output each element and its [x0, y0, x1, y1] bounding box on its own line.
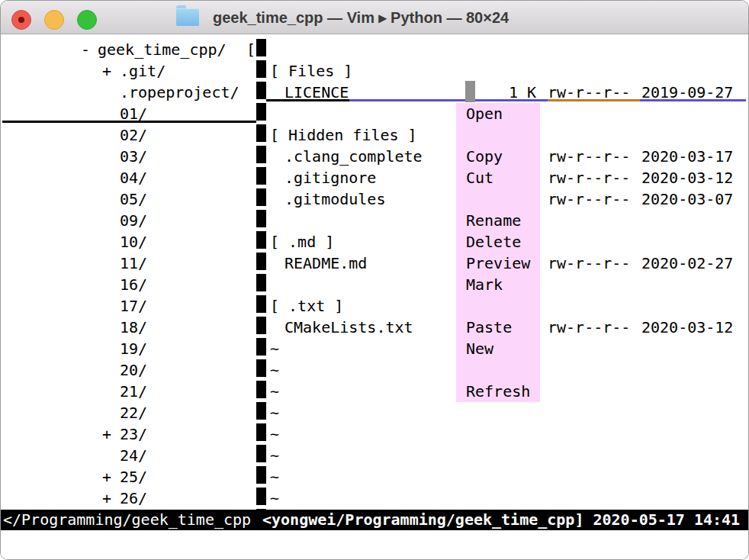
group-header-label: [ .md ] — [270, 231, 334, 253]
menu-item-rename[interactable]: Rename — [466, 210, 540, 231]
file-name: README.md — [284, 253, 367, 274]
tilde-marker: ~ — [270, 445, 279, 466]
menu-item-open[interactable]: Open — [466, 103, 540, 124]
file-row-blank — [1, 39, 748, 60]
selected-underline-perms — [548, 99, 640, 101]
file-row-clang-complete[interactable]: .clang_completerw-r--r--2020-03-17 — [1, 146, 748, 167]
empty-line-tilde: ~ — [1, 338, 748, 359]
selected-underline-gap2 — [475, 99, 548, 101]
menu-item-delete[interactable]: Delete — [466, 231, 540, 253]
file-date: 2020-02-27 — [641, 253, 733, 274]
selected-underline-name — [266, 99, 349, 101]
menu-item-copy[interactable]: Copy — [466, 146, 540, 167]
selected-underline-date — [640, 99, 746, 101]
menu-spacer — [466, 359, 540, 381]
zoom-button[interactable] — [77, 10, 97, 30]
file-perms: rw-r--r-- — [548, 188, 630, 210]
tilde-marker: ~ — [270, 338, 279, 359]
tilde-marker: ~ — [270, 488, 279, 509]
window-title: geek_time_cpp — Vim ▸ Python — 80×24 — [213, 1, 509, 34]
file-perms: rw-r--r-- — [548, 253, 630, 274]
command-line[interactable] — [1, 530, 748, 559]
folder-icon — [176, 8, 199, 26]
menu-item-preview[interactable]: Preview — [466, 253, 540, 274]
file-name: CMakeLists.txt — [284, 317, 413, 338]
terminal-content: -geek_time_cpp/[+.git/.ropeproject/01/02… — [1, 34, 748, 559]
file-group-header: [ Hidden files ] — [1, 124, 748, 146]
menu-item-new[interactable]: New — [466, 338, 540, 359]
context-menu: OpenCopyCutRenameDeletePreviewMarkPasteN… — [456, 103, 540, 402]
file-row-gitmodules[interactable]: .gitmodulesrw-r--r--2020-03-07 — [1, 188, 748, 210]
tilde-marker: ~ — [270, 466, 279, 488]
file-date: 2020-03-17 — [641, 146, 733, 167]
menu-item-mark[interactable]: Mark — [466, 274, 540, 295]
statusline-right: <yongwei/Programming/geek_time_cpp] 2020… — [262, 510, 740, 530]
empty-line-tilde: ~ — [1, 402, 748, 423]
file-group-header: [ Files ] — [1, 60, 748, 82]
tilde-marker: ~ — [270, 402, 279, 423]
unsaved-dot-icon — [18, 17, 24, 23]
file-perms: rw-r--r-- — [548, 146, 630, 167]
file-name: .gitignore — [284, 167, 376, 188]
file-row-blank — [1, 274, 748, 295]
titlebar[interactable]: geek_time_cpp — Vim ▸ Python — 80×24 — [1, 1, 748, 34]
empty-line-tilde: ~ — [1, 488, 748, 509]
menu-spacer — [466, 188, 540, 210]
empty-line-tilde: ~ — [1, 423, 748, 445]
file-date: 2020-03-07 — [641, 188, 733, 210]
file-perms: rw-r--r-- — [548, 167, 630, 188]
file-name: .clang_complete — [284, 146, 423, 167]
close-button[interactable] — [11, 10, 31, 30]
tilde-marker: ~ — [270, 423, 279, 445]
group-header-label: [ .txt ] — [270, 295, 343, 317]
file-date: 2020-03-12 — [641, 167, 733, 188]
file-row-cmakelists-txt[interactable]: CMakeLists.txtrw-r--r--2020-03-12 — [1, 317, 748, 338]
file-row-blank — [1, 210, 748, 231]
menu-item-paste[interactable]: Paste — [466, 317, 540, 338]
empty-line-tilde: ~ — [1, 466, 748, 488]
selected-underline-gap1 — [349, 99, 465, 101]
empty-line-tilde: ~ — [1, 381, 748, 402]
group-header-label: [ Files ] — [270, 60, 352, 82]
terminal-cursor — [465, 81, 475, 102]
menu-spacer — [466, 295, 540, 317]
menu-item-refresh[interactable]: Refresh — [466, 381, 540, 402]
tree-cursor-line — [2, 121, 256, 123]
file-group-header: [ .md ] — [1, 231, 748, 253]
file-name: .gitmodules — [284, 188, 385, 210]
empty-line-tilde: ~ — [1, 445, 748, 466]
file-date: 2020-03-12 — [641, 317, 733, 338]
statusbar: </Programming/geek_time_cpp <yongwei/Pro… — [1, 510, 748, 530]
file-row-gitignore[interactable]: .gitignorerw-r--r--2020-03-12 — [1, 167, 748, 188]
menu-spacer — [466, 124, 540, 146]
empty-line-tilde: ~ — [1, 359, 748, 381]
file-group-header: [ .txt ] — [1, 295, 748, 317]
terminal-window: geek_time_cpp — Vim ▸ Python — 80×24 -ge… — [0, 0, 749, 560]
file-perms: rw-r--r-- — [548, 317, 630, 338]
menu-item-cut[interactable]: Cut — [466, 167, 540, 188]
statusline-left: </Programming/geek_time_cpp — [3, 510, 251, 530]
tilde-marker: ~ — [270, 381, 279, 402]
group-header-label: [ Hidden files ] — [270, 124, 417, 146]
tilde-marker: ~ — [270, 359, 279, 381]
file-row-readme-md[interactable]: README.mdrw-r--r--2020-02-27 — [1, 253, 748, 274]
minimize-button[interactable] — [44, 10, 64, 30]
